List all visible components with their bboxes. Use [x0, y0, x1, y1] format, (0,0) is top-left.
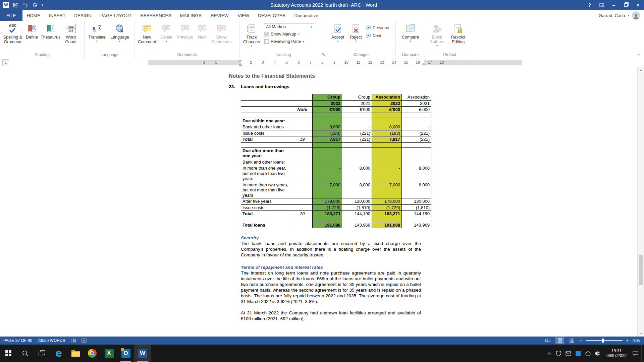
- tab-view[interactable]: VIEW: [233, 10, 254, 21]
- table-cell[interactable]: 20: [292, 211, 313, 217]
- table-cell[interactable]: 183,271: [372, 211, 402, 217]
- table-cell[interactable]: 19: [292, 136, 313, 143]
- user-dropdown-arrow-icon[interactable]: ▾: [628, 14, 629, 17]
- scroll-up-arrow[interactable]: ▲: [638, 67, 644, 73]
- mail-tray-icon[interactable]: [565, 350, 572, 357]
- thesaurus-button[interactable]: Thesaurus: [39, 22, 62, 52]
- user-name[interactable]: Garrad, Carla: [599, 13, 625, 18]
- table-cell[interactable]: 143,969: [342, 222, 372, 228]
- table-cell[interactable]: 2021: [402, 100, 431, 107]
- table-cell[interactable]: 143,969: [402, 222, 431, 228]
- taskbar-edge-button[interactable]: e: [50, 345, 67, 362]
- zoom-slider-thumb[interactable]: [602, 339, 604, 343]
- table-cell[interactable]: (221): [342, 130, 372, 136]
- volume-icon[interactable]: [594, 350, 601, 357]
- table-cell[interactable]: [342, 217, 372, 222]
- table-cell[interactable]: [241, 113, 292, 118]
- zoom-level[interactable]: 75%: [632, 338, 640, 343]
- document-heading[interactable]: Notes to the Financial Statements: [229, 73, 443, 79]
- table-cell[interactable]: (183): [372, 130, 402, 136]
- restore-button[interactable]: [620, 0, 632, 10]
- table-cell[interactable]: 191,088: [372, 222, 402, 228]
- table-cell[interactable]: [241, 107, 292, 113]
- table-cell[interactable]: Total loans: [241, 222, 292, 228]
- table-cell[interactable]: [292, 94, 313, 101]
- table-cell[interactable]: 178,000: [313, 198, 342, 205]
- table-cell[interactable]: [342, 159, 372, 165]
- table-cell[interactable]: (183): [313, 130, 342, 136]
- task-view-button[interactable]: [34, 345, 50, 362]
- table-cell[interactable]: 2022: [372, 100, 402, 107]
- table-cell[interactable]: (1,810): [342, 204, 372, 211]
- customize-qat-arrow-icon[interactable]: ▾: [42, 4, 43, 7]
- table-cell[interactable]: -: [402, 124, 431, 130]
- table-cell[interactable]: 2022: [313, 100, 342, 107]
- table-cell[interactable]: [292, 113, 313, 118]
- action-center-button[interactable]: [632, 350, 639, 357]
- table-cell[interactable]: [342, 118, 372, 124]
- table-cell[interactable]: After five years: [241, 198, 292, 205]
- table-cell[interactable]: [313, 118, 342, 124]
- zoom-in-button[interactable]: +: [626, 339, 629, 343]
- word-count-indicator[interactable]: 23550 WORDS: [38, 338, 65, 343]
- table-cell[interactable]: £’000: [372, 107, 402, 113]
- table-cell[interactable]: [372, 118, 402, 124]
- table-cell[interactable]: [402, 147, 431, 159]
- table-cell[interactable]: (1,810): [402, 204, 431, 211]
- table-cell[interactable]: 183,271: [313, 211, 342, 217]
- vertical-scrollbar[interactable]: ▲ ▼: [637, 67, 644, 337]
- section-heading[interactable]: 23. Loans and borrowings: [229, 84, 443, 89]
- table-cell[interactable]: Due after more than one year:: [241, 147, 292, 159]
- table-cell[interactable]: [372, 147, 402, 159]
- table-cell[interactable]: Due within one year:: [241, 118, 292, 124]
- tab-home[interactable]: HOME: [22, 10, 45, 21]
- zoom-out-button[interactable]: −: [580, 339, 582, 343]
- minimize-button[interactable]: –: [608, 0, 620, 10]
- table-cell[interactable]: [241, 94, 292, 101]
- table-cell[interactable]: 191,088: [313, 222, 342, 228]
- tray-expand-button[interactable]: [545, 350, 553, 357]
- table-cell[interactable]: [292, 165, 313, 182]
- security-heading[interactable]: Security: [241, 235, 421, 240]
- table-cell[interactable]: -: [313, 165, 342, 182]
- table-cell[interactable]: [313, 159, 342, 165]
- show-markup-button[interactable]: Show Markup ▾: [264, 31, 314, 38]
- next-change-button[interactable]: Next: [365, 32, 390, 40]
- table-cell[interactable]: Total: [241, 211, 292, 217]
- table-cell[interactable]: [313, 147, 342, 159]
- table-cell[interactable]: In more than two years, but not more tha…: [241, 182, 292, 198]
- accept-button[interactable]: Accept ▾: [328, 22, 347, 52]
- table-cell[interactable]: [402, 142, 431, 147]
- right-indent-marker[interactable]: [422, 63, 425, 65]
- page-indicator[interactable]: PAGE 87 OF 90: [3, 338, 32, 343]
- taskbar-outlook-button[interactable]: O: [117, 345, 134, 362]
- table-cell[interactable]: [342, 113, 372, 118]
- table-cell[interactable]: [292, 118, 313, 124]
- zoom-slider[interactable]: [586, 340, 623, 341]
- table-cell[interactable]: [241, 100, 292, 107]
- terms-heading[interactable]: Terms of repayment and interest rates: [241, 265, 421, 270]
- table-cell[interactable]: (1,729): [313, 204, 342, 211]
- table-cell[interactable]: [292, 222, 313, 228]
- table-cell[interactable]: [342, 142, 372, 147]
- print-layout-button[interactable]: [555, 337, 564, 344]
- block-authors-button[interactable]: Block Authors ▾: [426, 22, 448, 52]
- table-cell[interactable]: 2021: [342, 100, 372, 107]
- taskbar-excel-button[interactable]: X: [101, 345, 117, 362]
- track-changes-button[interactable]: Track Changes ▾: [240, 22, 263, 52]
- table-cell[interactable]: [241, 217, 292, 222]
- app-tray-icon[interactable]: [575, 350, 582, 357]
- table-cell[interactable]: (221): [402, 136, 431, 143]
- redo-button[interactable]: [32, 2, 39, 8]
- table-cell[interactable]: [292, 124, 313, 130]
- reject-button[interactable]: Reject ▾: [347, 22, 365, 52]
- scrollbar-thumb[interactable]: [639, 255, 643, 285]
- next-comment-button[interactable]: Next: [195, 22, 210, 52]
- terms-paragraph[interactable]: The interest on long term loans and note…: [241, 270, 421, 304]
- user-avatar[interactable]: [632, 11, 640, 19]
- table-cell[interactable]: 8,000: [313, 124, 342, 130]
- table-cell[interactable]: 8,000: [342, 165, 372, 182]
- table-cell[interactable]: (1,729): [372, 204, 402, 211]
- table-cell[interactable]: Bank and other loans:: [241, 159, 292, 165]
- document-area[interactable]: Notes to the Financial Statements 23. Lo…: [0, 67, 637, 337]
